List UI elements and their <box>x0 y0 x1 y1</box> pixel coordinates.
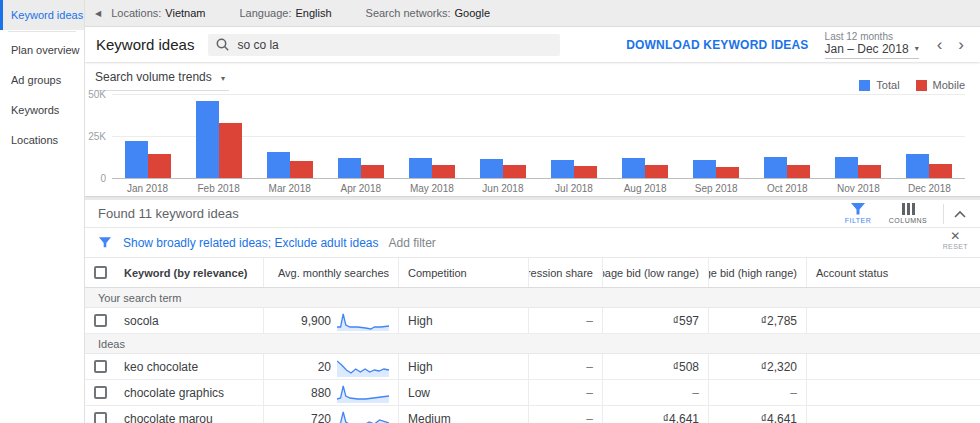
x-axis-label: Mar 2018 <box>254 183 325 194</box>
mobile-bar[interactable] <box>716 167 739 178</box>
bar-group-jan-2018 <box>112 94 183 178</box>
setting-value: Vietnam <box>165 7 205 19</box>
x-axis-label: Apr 2018 <box>325 183 396 194</box>
avg-monthly-searches-cell: 9,900 <box>263 308 398 333</box>
sidebar-item-keywords[interactable]: Keywords <box>0 95 84 125</box>
total-bar[interactable] <box>196 101 219 178</box>
x-axis-label: Dec 2018 <box>894 183 965 194</box>
avg-monthly-searches-cell: 880 <box>263 380 398 405</box>
setting-search-networks[interactable]: Search networks:Google <box>366 7 490 19</box>
total-bar[interactable] <box>764 157 787 178</box>
sparkline-chart <box>337 409 389 423</box>
chart-legend: TotalMobile <box>843 79 965 91</box>
setting-language[interactable]: Language:English <box>239 7 331 19</box>
legend-label: Total <box>876 79 899 91</box>
total-bar[interactable] <box>551 160 574 178</box>
row-checkbox[interactable] <box>94 314 107 327</box>
sidebar-item-plan-overview[interactable]: Plan overview <box>0 35 84 65</box>
table-row-keo-chocolate[interactable]: keo chocolate20High–₫508₫2,320 <box>85 354 980 380</box>
searches-value: 9,900 <box>273 314 331 328</box>
mobile-bar[interactable] <box>148 154 171 178</box>
col-header-competition[interactable]: Competition <box>398 258 528 287</box>
sidebar-nav: Keyword ideasPlan overviewAd groupsKeywo… <box>0 0 85 423</box>
top-of-page-bid-low-cell: ₫597 <box>602 308 708 333</box>
bar-group-mar-2018 <box>254 94 325 178</box>
previous-period-button[interactable]: ‹ <box>929 36 951 53</box>
chart-metric-dropdown[interactable]: Search volume trends ▾ <box>95 70 229 91</box>
total-bar[interactable] <box>125 141 148 178</box>
total-bar[interactable] <box>622 158 645 178</box>
legend-item-total[interactable]: Total <box>859 79 899 91</box>
date-range-picker[interactable]: Last 12 months Jan – Dec 2018 ▾ <box>825 31 919 59</box>
searches-value: 20 <box>273 360 331 374</box>
select-all-checkbox[interactable] <box>94 266 107 279</box>
col-header-ad-impression-share[interactable]: Ad impression share <box>528 258 602 287</box>
bar-group-jul-2018 <box>538 94 609 178</box>
next-period-button[interactable]: › <box>950 36 972 53</box>
mobile-bar[interactable] <box>432 165 455 178</box>
x-axis-label: Jul 2018 <box>538 183 609 194</box>
top-of-page-bid-high-cell: ₫4,641 <box>708 406 806 423</box>
mobile-bar[interactable] <box>858 165 881 178</box>
total-bar[interactable] <box>480 159 503 178</box>
mobile-bar[interactable] <box>574 166 597 178</box>
mobile-bar[interactable] <box>929 164 952 178</box>
sidebar-item-keyword-ideas[interactable]: Keyword ideas <box>0 0 84 30</box>
add-filter-button[interactable]: Add filter <box>389 236 436 250</box>
results-count: Found 11 keyword ideas <box>98 206 239 221</box>
row-checkbox[interactable] <box>94 386 107 399</box>
chart-metric-label: Search volume trends <box>95 70 212 84</box>
total-bar[interactable] <box>267 152 290 178</box>
active-filters-link[interactable]: Show broadly related ideas; Exclude adul… <box>123 236 379 250</box>
searches-value: 720 <box>273 412 331 423</box>
search-input[interactable] <box>237 38 552 52</box>
account-status-cell <box>806 380 980 405</box>
total-bar[interactable] <box>835 157 858 178</box>
total-bar[interactable] <box>693 160 716 178</box>
avg-monthly-searches-cell: 720 <box>263 406 398 423</box>
collapse-table-button[interactable] <box>954 210 966 218</box>
keyword-search-box[interactable] <box>208 34 560 56</box>
setting-label: Locations: <box>111 7 161 19</box>
row-checkbox[interactable] <box>94 412 107 423</box>
reset-filters-button[interactable]: ✕ RESET <box>943 229 968 250</box>
col-header-top-of-page-bid-high-range[interactable]: Top of page bid (high range) <box>708 258 806 287</box>
col-header-top-of-page-bid-low-range[interactable]: Top of page bid (low range) <box>602 258 708 287</box>
legend-item-mobile[interactable]: Mobile <box>916 79 965 91</box>
mobile-bar[interactable] <box>290 161 313 178</box>
legend-label: Mobile <box>933 79 965 91</box>
filter-button[interactable]: FILTER <box>833 203 883 224</box>
table-row-chocolate-marou[interactable]: chocolate marou720Medium–₫4,641₫4,641 <box>85 406 980 423</box>
columns-button[interactable]: COLUMNS <box>883 203 933 224</box>
col-header-account-status[interactable]: Account status <box>806 258 980 287</box>
keyword-text: chocolate graphics <box>124 386 224 400</box>
total-bar[interactable] <box>338 158 361 178</box>
total-bar[interactable] <box>906 154 929 178</box>
collapse-panel-icon[interactable]: ◀ <box>95 9 101 18</box>
sidebar-item-locations[interactable]: Locations <box>0 125 84 155</box>
keyword-cell: keo chocolate <box>85 354 263 379</box>
x-axis-label: Oct 2018 <box>752 183 823 194</box>
competition-cell: Low <box>398 380 528 405</box>
keyword-text: chocolate marou <box>124 412 213 423</box>
mobile-bar[interactable] <box>645 165 668 178</box>
account-status-cell <box>806 406 980 423</box>
x-axis-label: May 2018 <box>396 183 467 194</box>
keyword-ideas-card: Found 11 keyword ideas FILTER COLUMNS <box>85 200 980 423</box>
mobile-bar[interactable] <box>503 165 526 178</box>
row-checkbox[interactable] <box>94 360 107 373</box>
col-header-keyword-by-relevance[interactable]: Keyword (by relevance) <box>85 258 263 287</box>
sidebar-item-ad-groups[interactable]: Ad groups <box>0 65 84 95</box>
funnel-filter-icon <box>851 203 865 215</box>
total-bar[interactable] <box>409 158 432 178</box>
setting-locations[interactable]: Locations:Vietnam <box>111 7 205 19</box>
table-row-chocolate-graphics[interactable]: chocolate graphics880Low––– <box>85 380 980 406</box>
col-header-avg-monthly-searches[interactable]: Avg. monthly searches <box>263 258 398 287</box>
table-row-socola[interactable]: socola9,900High–₫597₫2,785 <box>85 308 980 334</box>
mobile-bar[interactable] <box>219 123 242 178</box>
download-keyword-ideas-button[interactable]: DOWNLOAD KEYWORD IDEAS <box>626 38 808 52</box>
x-axis-label: Jun 2018 <box>467 183 538 194</box>
mobile-bar[interactable] <box>361 165 384 178</box>
mobile-bar[interactable] <box>787 165 810 178</box>
results-toolbar: Found 11 keyword ideas FILTER COLUMNS <box>85 200 980 228</box>
